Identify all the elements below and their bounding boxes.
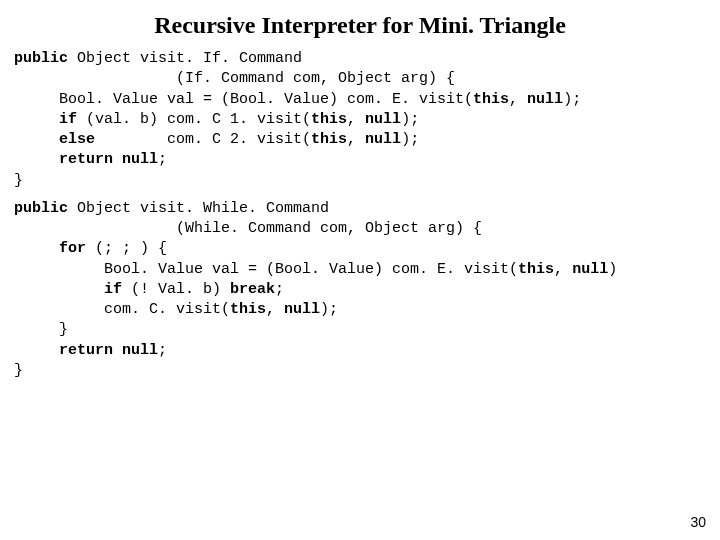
code-block-while: public Object visit. While. Command (Whi… <box>0 199 720 381</box>
code-text: (If. Command com, Object arg) { <box>14 70 455 87</box>
code-text <box>14 111 59 128</box>
code-text <box>14 342 59 359</box>
kw-public: public <box>14 200 68 217</box>
code-text: (; ; ) { <box>86 240 167 257</box>
code-text: , <box>347 111 365 128</box>
code-text: Object visit. While. Command <box>68 200 329 217</box>
kw-this: this <box>311 131 347 148</box>
kw-null: null <box>284 301 320 318</box>
kw-return-null: return null <box>59 151 158 168</box>
code-text: } <box>14 362 23 379</box>
kw-null: null <box>572 261 608 278</box>
code-text: , <box>347 131 365 148</box>
code-text: (! Val. b) <box>122 281 230 298</box>
kw-null: null <box>527 91 563 108</box>
kw-break: break <box>230 281 275 298</box>
code-text: ); <box>320 301 338 318</box>
code-text: Bool. Value val = (Bool. Value) com. E. … <box>14 91 473 108</box>
code-text: , <box>554 261 572 278</box>
code-text: } <box>14 172 23 189</box>
code-text: ); <box>401 111 419 128</box>
code-text: ; <box>158 151 167 168</box>
code-text: ); <box>563 91 581 108</box>
kw-this: this <box>230 301 266 318</box>
slide-title: Recursive Interpreter for Mini. Triangle <box>0 0 720 49</box>
kw-if: if <box>59 111 77 128</box>
kw-for: for <box>59 240 86 257</box>
kw-this: this <box>473 91 509 108</box>
kw-public: public <box>14 50 68 67</box>
page-number: 30 <box>690 514 706 530</box>
code-text: ); <box>401 131 419 148</box>
code-text: (While. Command com, Object arg) { <box>14 220 482 237</box>
code-text <box>14 131 59 148</box>
kw-else: else <box>59 131 95 148</box>
code-text <box>14 281 104 298</box>
code-text <box>14 151 59 168</box>
code-text: ; <box>158 342 167 359</box>
code-text: ) <box>608 261 617 278</box>
kw-null: null <box>365 111 401 128</box>
code-text: com. C 2. visit( <box>95 131 311 148</box>
kw-this: this <box>518 261 554 278</box>
code-text <box>14 240 59 257</box>
kw-return-null: return null <box>59 342 158 359</box>
code-block-if: public Object visit. If. Command (If. Co… <box>0 49 720 191</box>
code-text: , <box>266 301 284 318</box>
code-text: Object visit. If. Command <box>68 50 302 67</box>
code-text: (val. b) com. C 1. visit( <box>77 111 311 128</box>
code-text: } <box>14 321 68 338</box>
code-text: , <box>509 91 527 108</box>
code-text: com. C. visit( <box>14 301 230 318</box>
code-text: ; <box>275 281 284 298</box>
kw-this: this <box>311 111 347 128</box>
kw-if: if <box>104 281 122 298</box>
kw-null: null <box>365 131 401 148</box>
code-text: Bool. Value val = (Bool. Value) com. E. … <box>14 261 518 278</box>
